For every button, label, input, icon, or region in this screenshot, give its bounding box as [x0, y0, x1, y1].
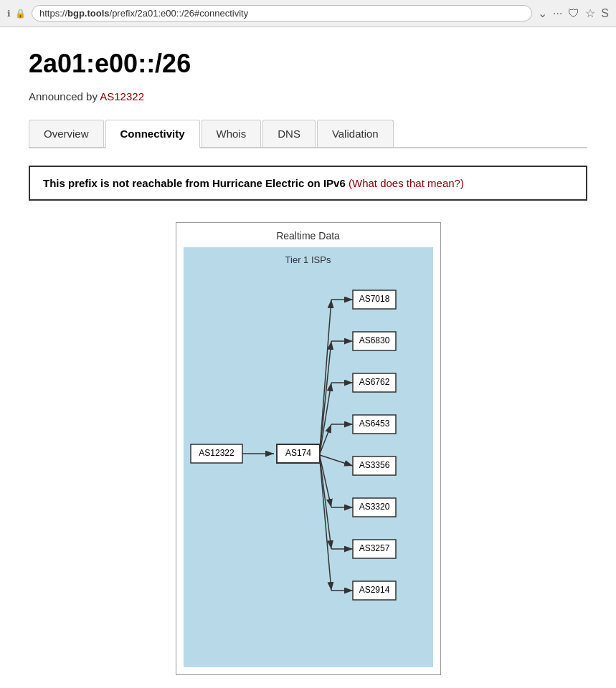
node-as12322-label: AS12322 — [199, 448, 234, 458]
info-icon: ℹ — [7, 9, 11, 19]
browser-bar: ℹ 🔒 https://bgp.tools/prefix/2a01:e00::/… — [0, 0, 616, 27]
diagram-container: Realtime Data Tier 1 ISPs AS12322 — [176, 222, 441, 675]
tab-connectivity[interactable]: Connectivity — [105, 120, 200, 148]
node-as7018-label: AS7018 — [359, 294, 389, 304]
tab-whois[interactable]: Whois — [202, 120, 262, 147]
alert-box: This prefix is not reachable from Hurric… — [29, 166, 587, 201]
page-content: 2a01:e00::/26 Announced by AS12322 Overv… — [0, 27, 616, 688]
url-domain: bgp.tools — [67, 8, 110, 19]
announced-by: Announced by AS12322 — [29, 90, 587, 102]
node-as3257-label: AS3257 — [359, 543, 389, 553]
node-as6830-label: AS6830 — [359, 335, 389, 345]
arrow-as174-to-as3257 — [320, 458, 331, 549]
asn-link[interactable]: AS12322 — [100, 90, 144, 102]
arrow-as174-to-as2914 — [320, 459, 331, 591]
url-path: /prefix/2a01:e00::/26#connectivity — [110, 8, 249, 19]
overflow-menu-icon[interactable]: ··· — [553, 7, 562, 20]
bgp-diagram: AS12322 AS174 AS7018 AS — [189, 271, 433, 658]
url-display: https://bgp.tools/prefix/2a01:e00::/26#c… — [39, 8, 248, 19]
diagram-svg-wrapper: AS12322 AS174 AS7018 AS — [189, 271, 433, 660]
tier1-region: Tier 1 ISPs AS12322 — [184, 247, 433, 667]
dropdown-icon[interactable]: ⌄ — [538, 6, 547, 20]
node-as3356-label: AS3356 — [359, 460, 389, 470]
tab-dns[interactable]: DNS — [262, 120, 316, 147]
node-as6453-label: AS6453 — [359, 419, 389, 429]
address-bar[interactable]: https://bgp.tools/prefix/2a01:e00::/26#c… — [32, 5, 532, 22]
browser-icons: ℹ 🔒 — [7, 9, 26, 19]
node-as3320-label: AS3320 — [359, 502, 389, 512]
arrow-as174-to-as3356 — [320, 455, 353, 466]
bookmark-icon[interactable]: ☆ — [585, 6, 595, 20]
node-as174-label: AS174 — [285, 448, 311, 458]
diagram-title: Realtime Data — [184, 230, 433, 242]
account-icon[interactable]: S — [601, 7, 609, 20]
tabs-container: Overview Connectivity Whois DNS Validati… — [29, 120, 587, 148]
lock-icon: 🔒 — [15, 9, 26, 19]
tier1-label: Tier 1 ISPs — [189, 254, 427, 265]
tab-validation[interactable]: Validation — [317, 120, 394, 147]
node-as2914-label: AS2914 — [359, 585, 389, 595]
browser-right-icons: ⌄ ··· 🛡 ☆ S — [538, 6, 609, 20]
tab-overview[interactable]: Overview — [29, 120, 104, 147]
shield-icon: 🛡 — [568, 7, 579, 20]
alert-link[interactable]: (What does that mean?) — [349, 177, 464, 189]
node-as6762-label: AS6762 — [359, 377, 389, 387]
page-title: 2a01:e00::/26 — [29, 49, 587, 79]
announced-by-label: Announced by — [29, 90, 98, 102]
alert-text: This prefix is not reachable from Hurric… — [43, 177, 346, 189]
